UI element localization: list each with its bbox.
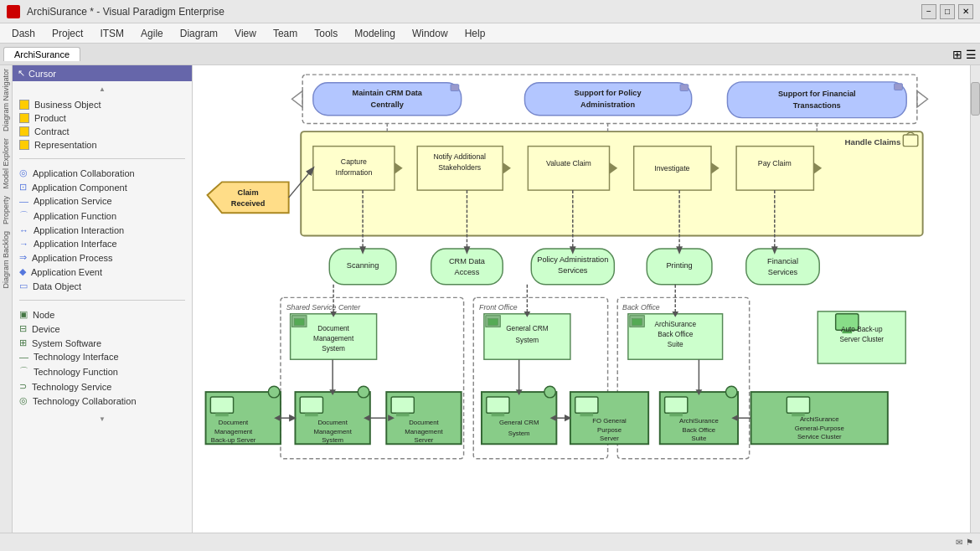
svg-rect-71 xyxy=(632,319,642,326)
tool-tech-service[interactable]: ⊃ Technology Service xyxy=(13,379,192,394)
list-icon[interactable]: ☰ xyxy=(966,48,977,61)
tool-tech-interface[interactable]: — Technology Interface xyxy=(13,350,192,363)
svg-text:General-Purpose: General-Purpose xyxy=(795,425,844,432)
svg-rect-35 xyxy=(736,147,813,190)
svg-rect-114 xyxy=(669,413,683,416)
svg-text:Services: Services xyxy=(768,268,798,276)
menu-dash[interactable]: Dash xyxy=(3,26,44,41)
tool-app-process[interactable]: ⇒ Application Process xyxy=(13,250,192,265)
tools-header: ↖ Cursor xyxy=(13,65,192,81)
svg-rect-106 xyxy=(570,392,648,444)
property-label[interactable]: Property xyxy=(0,193,12,228)
svg-text:Handle Claims: Handle Claims xyxy=(845,137,901,147)
menu-diagram[interactable]: Diagram xyxy=(172,26,226,41)
svg-rect-76 xyxy=(836,314,859,330)
tool-system-software[interactable]: ⊞ System Software xyxy=(13,336,192,350)
status-icons[interactable]: ✉ ⚑ xyxy=(956,538,973,547)
svg-text:FO General: FO General xyxy=(592,417,627,425)
svg-line-38 xyxy=(289,168,313,198)
tool-app-component[interactable]: ⊡ Application Component xyxy=(13,180,192,194)
flag-icon[interactable]: ⚑ xyxy=(966,538,973,547)
tool-data-object[interactable]: ▭ Data Object xyxy=(13,279,192,293)
svg-marker-138 xyxy=(524,312,530,317)
tool-app-collaboration[interactable]: ◎ Application Collaboration xyxy=(13,166,192,180)
close-button[interactable]: ✕ xyxy=(958,4,973,19)
title-bar: ArchiSurance * - Visual Paradigm Enterpr… xyxy=(0,0,980,23)
svg-rect-70 xyxy=(630,316,644,327)
svg-text:Front Office: Front Office xyxy=(479,303,518,312)
minimize-button[interactable]: − xyxy=(921,4,936,19)
tool-contract[interactable]: Contract xyxy=(13,125,192,138)
app-event-icon: ◆ xyxy=(19,266,26,277)
svg-text:Document: Document xyxy=(317,419,348,426)
grid-icon[interactable]: ⊞ xyxy=(952,48,962,61)
svg-marker-151 xyxy=(388,415,395,421)
svg-text:Document: Document xyxy=(409,419,439,426)
svg-rect-21 xyxy=(313,147,395,190)
svg-text:CRM Data: CRM Data xyxy=(449,257,486,265)
menu-agile[interactable]: Agile xyxy=(132,26,172,41)
divider-2 xyxy=(19,300,185,301)
svg-text:ArchiSurance: ArchiSurance xyxy=(679,417,719,425)
tool-node[interactable]: ▣ Node xyxy=(13,307,192,322)
tab-archisurance[interactable]: ArchiSurance xyxy=(3,47,80,61)
svg-marker-150 xyxy=(364,415,370,421)
svg-text:ArchiSurance: ArchiSurance xyxy=(800,415,839,423)
svg-rect-87 xyxy=(295,392,369,444)
maximize-button[interactable]: □ xyxy=(940,4,955,19)
svg-rect-3 xyxy=(451,85,459,91)
svg-rect-69 xyxy=(628,314,723,359)
tool-tech-collab[interactable]: ◎ Technology Collaboration xyxy=(13,394,192,408)
tab-icons[interactable]: ⊞ ☰ xyxy=(952,48,977,61)
status-bar: ✉ ⚑ xyxy=(0,533,980,551)
tool-representation[interactable]: Representation xyxy=(13,138,192,152)
mail-icon[interactable]: ✉ xyxy=(956,538,962,547)
tool-tech-function[interactable]: ⌒ Technology Function xyxy=(13,363,192,379)
left-panel: Diagram Navigator Model Explorer Propert… xyxy=(0,65,13,551)
menu-itsm[interactable]: ITSM xyxy=(91,26,132,41)
diagram-area[interactable]: Maintain CRM Data Centrally Support for … xyxy=(193,65,970,551)
svg-marker-155 xyxy=(731,415,738,421)
svg-rect-102 xyxy=(492,413,505,416)
node-icon: ▣ xyxy=(19,309,28,320)
model-explorer-label[interactable]: Model Explorer xyxy=(0,135,12,193)
tech-service-icon: ⊃ xyxy=(19,381,27,392)
tool-app-function[interactable]: ⌒ Application Function xyxy=(13,208,192,224)
svg-text:Management: Management xyxy=(313,428,352,435)
diagram-navigator-label[interactable]: Diagram Navigator xyxy=(0,65,12,135)
tool-device[interactable]: ⊟ Device xyxy=(13,322,192,336)
menu-team[interactable]: Team xyxy=(265,26,306,41)
right-scrollbar[interactable] xyxy=(970,65,980,551)
svg-rect-29 xyxy=(528,147,609,190)
tool-business-object[interactable]: Business Object xyxy=(13,98,192,111)
representation-icon xyxy=(19,140,29,150)
svg-rect-65 xyxy=(486,316,500,327)
diagram-backlog-label[interactable]: Diagram Backlog xyxy=(0,228,12,292)
svg-text:Centrally: Centrally xyxy=(371,100,405,109)
tool-product[interactable]: Product xyxy=(13,111,192,125)
app-component-icon: ⊡ xyxy=(19,182,27,193)
menu-tools[interactable]: Tools xyxy=(306,26,346,41)
menu-window[interactable]: Window xyxy=(404,26,456,41)
tool-app-event[interactable]: ◆ Application Event xyxy=(13,265,192,279)
svg-text:Printing: Printing xyxy=(666,261,692,270)
menu-view[interactable]: View xyxy=(226,26,265,41)
svg-marker-31 xyxy=(610,162,618,174)
window-controls[interactable]: − □ ✕ xyxy=(921,4,973,19)
technology-section: ▣ Node ⊟ Device ⊞ System Software — Tech… xyxy=(13,304,192,411)
menu-help[interactable]: Help xyxy=(456,26,494,41)
svg-text:Back Office: Back Office xyxy=(622,303,660,312)
tool-app-interaction[interactable]: ↔ Application Interaction xyxy=(13,224,192,237)
menu-modeling[interactable]: Modeling xyxy=(346,26,404,41)
svg-rect-96 xyxy=(396,413,410,416)
svg-rect-77 xyxy=(842,330,852,333)
tool-app-interface[interactable]: → Application Interface xyxy=(13,237,192,250)
svg-text:System: System xyxy=(322,436,343,444)
cursor-icon: ↖ xyxy=(18,68,25,79)
svg-point-103 xyxy=(544,386,556,398)
svg-rect-81 xyxy=(210,397,233,413)
svg-rect-80 xyxy=(206,392,281,444)
menu-project[interactable]: Project xyxy=(44,26,91,41)
svg-text:Financial: Financial xyxy=(767,257,798,265)
tool-app-service[interactable]: — Application Service xyxy=(13,194,192,208)
